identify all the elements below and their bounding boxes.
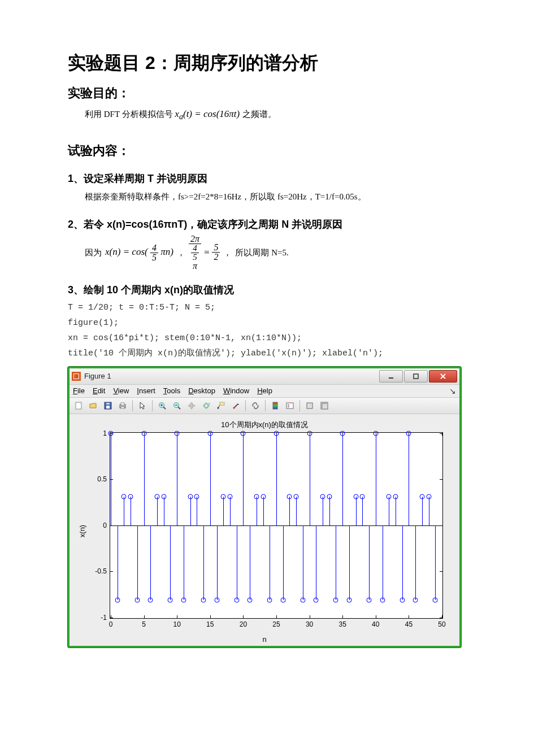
stem	[276, 433, 277, 525]
document-title: 实验题目 2：周期序列的谱分析	[68, 51, 466, 76]
stem	[118, 525, 118, 600]
stem	[131, 497, 131, 525]
xtick-label: 20	[240, 618, 247, 628]
marker	[121, 494, 127, 499]
xtick-label: 45	[405, 618, 413, 628]
purpose-prefix: 利用 DFT 分析模拟信号	[85, 110, 173, 119]
svg-line-16	[178, 407, 180, 409]
marker	[360, 494, 365, 499]
brush-icon[interactable]	[229, 399, 242, 412]
stem	[349, 525, 350, 600]
stem	[296, 497, 297, 525]
xtick-label: 50	[438, 618, 445, 628]
data-cursor-icon[interactable]	[214, 399, 228, 412]
item1-heading: 1、设定采样周期 T 并说明原因	[68, 172, 466, 185]
marker	[387, 494, 392, 499]
show-tools-icon[interactable]	[318, 399, 331, 412]
stem	[336, 525, 336, 600]
sep2: ，	[223, 245, 232, 261]
marker	[307, 431, 312, 436]
colorbar-icon[interactable]	[268, 399, 282, 412]
section-content-heading: 试验内容：	[68, 142, 466, 159]
stem	[323, 497, 323, 525]
svg-line-12	[163, 407, 166, 409]
item2-eq2: 2π 4 5 π = 52	[189, 234, 220, 271]
close-button[interactable]	[429, 370, 457, 383]
maximize-button[interactable]	[404, 370, 428, 383]
menu-insert[interactable]: Insert	[137, 386, 155, 395]
new-figure-icon[interactable]	[72, 399, 85, 412]
marker	[214, 597, 219, 602]
svg-point-22	[218, 407, 219, 409]
svg-rect-20	[220, 402, 224, 405]
svg-rect-10	[121, 407, 124, 409]
marker	[274, 431, 279, 436]
code-line-2: xn = cos(16*pi*t); stem(0:10*N-1, xn(1:1…	[68, 331, 466, 346]
sep1: ，	[177, 245, 185, 261]
marker	[155, 494, 160, 499]
stem	[396, 497, 396, 525]
stem	[270, 525, 270, 600]
marker	[267, 597, 272, 602]
svg-rect-1	[414, 374, 418, 379]
zoom-out-icon[interactable]	[170, 399, 184, 412]
menu-window[interactable]: Window	[223, 386, 249, 395]
titlebar[interactable]: Figure 1	[70, 368, 459, 385]
marker	[194, 494, 199, 499]
ytick-label: 0	[103, 522, 110, 529]
menu-edit[interactable]: Edit	[93, 386, 105, 395]
marker	[241, 431, 246, 436]
svg-rect-24	[273, 402, 277, 409]
purpose-suffix: 之频谱。	[242, 110, 276, 119]
svg-rect-6	[106, 406, 110, 409]
marker	[353, 494, 358, 499]
menu-help[interactable]: Help	[257, 386, 272, 395]
stem	[342, 433, 343, 525]
marker	[433, 597, 438, 602]
item2-eq1: x(n) = cos( 45 πn)	[105, 243, 173, 262]
stem	[170, 525, 171, 600]
hide-tools-icon[interactable]	[303, 399, 316, 412]
stem	[283, 525, 284, 600]
marker	[248, 597, 253, 602]
marker	[333, 597, 338, 602]
figure-window: Figure 1 File Edit View Insert Tools Des…	[68, 367, 461, 648]
xtick-label: 10	[173, 618, 181, 628]
rotate-icon[interactable]	[199, 399, 213, 412]
zoom-in-icon[interactable]	[155, 399, 169, 412]
marker	[419, 494, 424, 499]
stem	[289, 497, 290, 525]
marker	[320, 494, 325, 499]
stem	[369, 525, 370, 600]
svg-rect-7	[106, 403, 110, 405]
link-icon[interactable]	[249, 399, 262, 412]
pan-icon[interactable]	[185, 399, 198, 412]
menu-desktop[interactable]: Desktop	[188, 386, 215, 395]
marker	[108, 431, 114, 436]
xtick-label: 25	[272, 618, 280, 628]
print-icon[interactable]	[116, 399, 129, 412]
dock-icon[interactable]: ↘	[449, 386, 456, 396]
axes[interactable]: -1-0.500.5105101520253035404550	[110, 432, 443, 619]
save-icon[interactable]	[101, 399, 115, 412]
minimize-button[interactable]	[379, 370, 403, 383]
stem	[415, 525, 416, 600]
marker	[148, 597, 153, 602]
open-icon[interactable]	[86, 399, 100, 412]
marker	[201, 597, 206, 602]
stem	[422, 497, 423, 525]
menu-tools[interactable]: Tools	[163, 386, 180, 395]
section-purpose-heading: 实验目的：	[68, 85, 466, 102]
marker	[294, 494, 299, 499]
item2-heading: 2、若令 x(n)=cos(16πnT)，确定该序列之周期 N 并说明原因	[68, 218, 466, 231]
code-line-3: title('10 个周期内 x(n)的取值情况'); ylabel('x(n)…	[68, 346, 466, 361]
legend-icon[interactable]	[283, 399, 297, 412]
menu-view[interactable]: View	[113, 386, 129, 395]
stem	[356, 497, 357, 525]
pointer-icon[interactable]	[136, 399, 149, 412]
item2-body: 因为 x(n) = cos( 45 πn) ， 2π 4 5 π = 52 ， …	[68, 234, 466, 271]
stem	[197, 497, 197, 525]
marker	[221, 494, 226, 499]
menu-file[interactable]: File	[73, 386, 85, 395]
marker	[314, 597, 319, 602]
